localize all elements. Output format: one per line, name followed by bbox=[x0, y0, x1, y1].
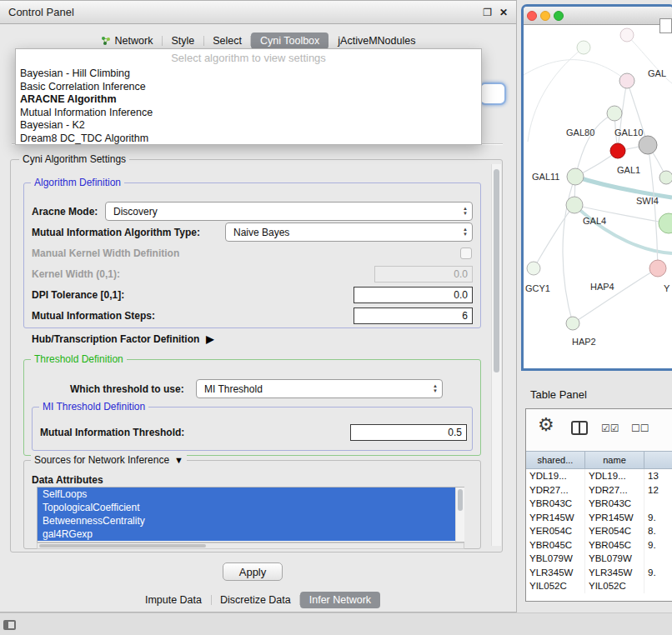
table-cell: YBR045C bbox=[585, 538, 644, 552]
collapse-arrow-icon: ▼ bbox=[174, 455, 183, 465]
table-cell: 9. bbox=[644, 538, 672, 552]
network-node[interactable] bbox=[567, 168, 584, 185]
float-panel-icon[interactable]: ❐ bbox=[483, 7, 492, 18]
which-threshold-select[interactable]: MI Threshold bbox=[196, 379, 443, 398]
table-row[interactable]: YER054CYER054C8. bbox=[526, 524, 672, 538]
network-node[interactable] bbox=[620, 28, 634, 42]
kernel-width-input[interactable]: 0.0 bbox=[374, 266, 473, 282]
apply-button[interactable]: Apply bbox=[223, 562, 283, 581]
network-node[interactable] bbox=[566, 197, 583, 213]
columns-icon[interactable] bbox=[571, 421, 588, 435]
attribute-item[interactable]: gal4RGexp bbox=[38, 528, 464, 541]
network-edge[interactable] bbox=[573, 268, 658, 323]
tab-infer-network[interactable]: Infer Network bbox=[300, 592, 380, 608]
column-header-col2[interactable] bbox=[644, 451, 672, 469]
tab-cyni-toolbox[interactable]: Cyni Toolbox bbox=[251, 32, 328, 49]
mi-steps-value: 6 bbox=[462, 310, 468, 322]
gear-icon[interactable]: ⚙ bbox=[538, 416, 554, 434]
close-traffic-light-icon[interactable] bbox=[527, 11, 537, 21]
table-cell bbox=[644, 552, 672, 566]
mi-threshold-input[interactable]: 0.5 bbox=[350, 424, 467, 441]
network-tab-icon bbox=[101, 36, 111, 46]
dpi-tolerance-input[interactable]: 0.0 bbox=[354, 287, 473, 303]
algorithm-definition-title: Algorithm Definition bbox=[31, 177, 124, 188]
tab-network[interactable]: Network bbox=[92, 32, 163, 49]
sources-toggle[interactable]: Sources for Network Inference ▼ bbox=[31, 454, 187, 466]
algo-option-basic-correlation-inference[interactable]: Basic Correlation Inference bbox=[16, 81, 481, 94]
mi-algorithm-type-value: Naive Bayes bbox=[233, 227, 289, 238]
tab-discretize-data[interactable]: Discretize Data bbox=[211, 592, 300, 608]
manual-kernel-width-checkbox[interactable] bbox=[460, 248, 472, 259]
network-node[interactable] bbox=[527, 262, 540, 275]
zoom-traffic-light-icon[interactable] bbox=[554, 11, 564, 21]
network-canvas-svg[interactable]: GALGAL80GAL10GAL11GAL1SWI4GAL4GCY1HAP4HA… bbox=[524, 25, 672, 368]
table-row[interactable]: YBR045CYBR045C9. bbox=[526, 538, 672, 552]
unselect-columns-icon[interactable]: ☐☐ bbox=[631, 423, 649, 433]
table-row[interactable]: YBR043CYBR043C bbox=[526, 497, 672, 511]
list-h-scrollbar[interactable] bbox=[37, 542, 464, 549]
algo-option-mutual-information-inference[interactable]: Mutual Information Inference bbox=[16, 107, 481, 120]
tab-impute-data[interactable]: Impute Data bbox=[136, 592, 211, 608]
network-node[interactable] bbox=[659, 171, 672, 184]
table-row[interactable]: YPR145WYPR145W9. bbox=[526, 511, 672, 525]
network-node[interactable] bbox=[607, 106, 622, 121]
network-node[interactable] bbox=[659, 213, 672, 233]
algo-option-bayesian-k2[interactable]: Bayesian - K2 bbox=[16, 119, 481, 132]
algo-option-aracne-algorithm[interactable]: ARACNE Algorithm bbox=[16, 93, 481, 107]
network-node[interactable] bbox=[649, 260, 666, 277]
close-icon[interactable]: ✕ bbox=[499, 7, 508, 18]
network-edge[interactable] bbox=[534, 205, 574, 268]
network-node[interactable] bbox=[619, 73, 634, 88]
control-panel-titlebar[interactable]: Control Panel ❐ ✕ bbox=[0, 1, 516, 24]
network-node[interactable] bbox=[577, 41, 590, 54]
mi-threshold-definition-title: MI Threshold Definition bbox=[39, 401, 148, 412]
network-node[interactable] bbox=[566, 317, 579, 330]
floating-panel-icon[interactable] bbox=[3, 620, 16, 630]
column-header-shared[interactable]: shared... bbox=[526, 451, 585, 469]
minimize-traffic-light-icon[interactable] bbox=[540, 11, 550, 21]
network-view-window: GALGAL80GAL10GAL11GAL1SWI4GAL4GCY1HAP4HA… bbox=[521, 4, 672, 371]
column-header-name[interactable]: name bbox=[585, 451, 644, 469]
table-row[interactable]: YDR27...YDR27...12 bbox=[526, 483, 672, 498]
network-edge[interactable] bbox=[575, 113, 614, 177]
tab-label: Style bbox=[171, 35, 194, 47]
attribute-item[interactable]: SelfLoops bbox=[38, 488, 464, 501]
select-columns-icon[interactable]: ☑☑ bbox=[601, 423, 619, 433]
aracne-mode-select[interactable]: Discovery bbox=[105, 202, 473, 221]
scrollbar-thumb[interactable] bbox=[458, 489, 463, 511]
table-row[interactable]: YDL19...YDL19...13 bbox=[526, 469, 672, 483]
kernel-width-label: Kernel Width (0,1): bbox=[32, 268, 120, 280]
network-node[interactable] bbox=[610, 143, 625, 158]
network-canvas[interactable]: GALGAL80GAL10GAL11GAL1SWI4GAL4GCY1HAP4HA… bbox=[524, 25, 672, 368]
algo-option-bayesian-hill-climbing[interactable]: Bayesian - Hill Climbing bbox=[16, 68, 481, 81]
network-edge[interactable] bbox=[575, 177, 672, 198]
tab-jactivemnodules[interactable]: jActiveMNodules bbox=[328, 32, 424, 49]
scrollbar-thumb[interactable] bbox=[39, 544, 206, 548]
table-cell: 9. bbox=[644, 511, 672, 525]
bottom-tab-bar: Impute DataDiscretize DataInfer Network bbox=[0, 590, 516, 610]
tab-style[interactable]: Style bbox=[162, 32, 203, 49]
tab-label: Cyni Toolbox bbox=[260, 35, 319, 47]
aracne-mode-value: Discovery bbox=[113, 206, 158, 218]
mi-algorithm-type-select[interactable]: Naive Bayes bbox=[225, 222, 473, 242]
table-panel-title: Table Panel bbox=[530, 388, 587, 401]
attribute-item[interactable]: TopologicalCoefficient bbox=[38, 501, 464, 514]
table-row[interactable]: YLR345WYLR345W9. bbox=[526, 566, 672, 580]
list-scrollbar[interactable] bbox=[455, 488, 464, 542]
algo-option-dream8-dc-tdc-algorithm[interactable]: Dream8 DC_TDC Algorithm bbox=[16, 132, 481, 146]
table-cell: 8. bbox=[644, 524, 672, 538]
network-node[interactable] bbox=[639, 136, 657, 154]
tab-select[interactable]: Select bbox=[203, 32, 251, 49]
settings-scrollbar[interactable] bbox=[491, 164, 501, 546]
network-window-titlebar[interactable] bbox=[524, 7, 672, 25]
algorithm-combobox-fragment[interactable] bbox=[479, 82, 506, 105]
scrollbar-thumb[interactable] bbox=[494, 169, 499, 372]
mi-steps-input[interactable]: 6 bbox=[354, 308, 473, 324]
network-node-label: Y bbox=[664, 283, 670, 293]
kernel-width-value: 0.0 bbox=[454, 268, 468, 280]
attribute-item[interactable]: BetweennessCentrality bbox=[38, 514, 464, 528]
table-row[interactable]: YIL052CYIL052C bbox=[526, 579, 672, 593]
network-edge[interactable] bbox=[524, 60, 627, 81]
table-row[interactable]: YBL079WYBL079W bbox=[526, 552, 672, 566]
hub-definition-toggle[interactable]: Hub/Transcription Factor Definition ▶ bbox=[32, 333, 214, 345]
